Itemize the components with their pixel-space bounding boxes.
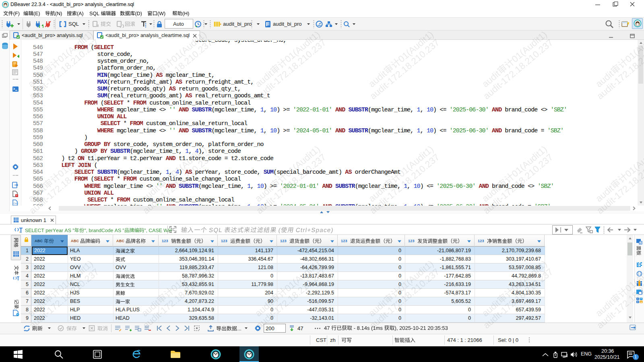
svg-text:(x): (x) — [13, 202, 19, 205]
